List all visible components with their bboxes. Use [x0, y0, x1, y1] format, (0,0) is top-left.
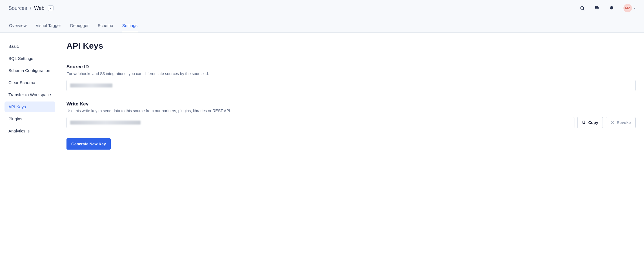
settings-content: API Keys Source ID For webhooks and S3 i… [66, 41, 636, 150]
user-menu[interactable]: MZ ▾ [623, 4, 636, 12]
section-source-id: Source ID For webhooks and S3 integratio… [66, 64, 636, 91]
write-key-value-redacted [70, 121, 141, 125]
generate-button-label: Generate New Key [71, 142, 106, 146]
copy-button[interactable]: Copy [577, 117, 603, 128]
tab-debugger[interactable]: Debugger [70, 20, 89, 32]
generate-new-key-button[interactable]: Generate New Key [66, 138, 111, 150]
revoke-button-label: Revoke [617, 120, 631, 125]
header-actions: MZ ▾ [579, 4, 636, 12]
page-body: Basic SQL Settings Schema Configuration … [0, 33, 644, 161]
tab-overview[interactable]: Overview [8, 20, 27, 32]
tab-settings[interactable]: Settings [122, 20, 138, 32]
tab-visual-tagger[interactable]: Visual Tagger [35, 20, 62, 32]
section-write-key: Write Key Use this write key to send dat… [66, 101, 636, 128]
write-key-subtext: Use this write key to send data to this … [66, 109, 636, 113]
write-key-heading: Write Key [66, 101, 636, 107]
sidebar-item-plugins[interactable]: Plugins [5, 114, 55, 124]
chevron-down-icon: ▾ [50, 7, 51, 10]
bell-icon[interactable] [609, 5, 614, 11]
sidebar-item-transfer-to-workspace[interactable]: Transfer to Workspace [5, 89, 55, 100]
search-icon[interactable] [579, 5, 585, 11]
settings-side-nav: Basic SQL Settings Schema Configuration … [5, 41, 55, 150]
svg-rect-3 [583, 121, 585, 123]
sidebar-item-analytics-js[interactable]: Analytics.js [5, 126, 55, 136]
page-header: Sources / Web ▾ MZ ▾ Overview Visual [0, 0, 644, 33]
avatar: MZ [623, 4, 632, 12]
clipboard-icon [582, 121, 586, 125]
source-id-subtext: For webhooks and S3 integrations, you ca… [66, 71, 636, 76]
chevron-down-icon: ▾ [634, 7, 636, 10]
write-key-field[interactable] [66, 117, 574, 128]
source-id-field[interactable] [66, 80, 636, 91]
sidebar-item-basic[interactable]: Basic [5, 41, 55, 51]
tab-bar: Overview Visual Tagger Debugger Schema S… [8, 20, 636, 32]
tab-schema[interactable]: Schema [97, 20, 114, 32]
sidebar-item-schema-configuration[interactable]: Schema Configuration [5, 65, 55, 76]
source-id-heading: Source ID [66, 64, 636, 70]
source-id-value-redacted [70, 84, 112, 87]
copy-button-label: Copy [588, 120, 598, 125]
breadcrumb-current: Web [34, 5, 45, 11]
close-icon [610, 121, 614, 125]
breadcrumb-dropdown[interactable]: ▾ [48, 5, 54, 11]
breadcrumb: Sources / Web ▾ [8, 5, 54, 11]
page-title: API Keys [66, 41, 636, 51]
header-top-row: Sources / Web ▾ MZ ▾ [8, 0, 636, 15]
breadcrumb-separator: / [30, 5, 31, 11]
svg-line-1 [583, 9, 584, 10]
sidebar-item-clear-schema[interactable]: Clear Schema [5, 77, 55, 88]
sidebar-item-sql-settings[interactable]: SQL Settings [5, 53, 55, 64]
revoke-button[interactable]: Revoke [606, 117, 636, 128]
breadcrumb-parent[interactable]: Sources [8, 5, 27, 11]
sidebar-item-api-keys[interactable]: API Keys [5, 102, 55, 112]
chat-icon[interactable] [594, 5, 600, 11]
